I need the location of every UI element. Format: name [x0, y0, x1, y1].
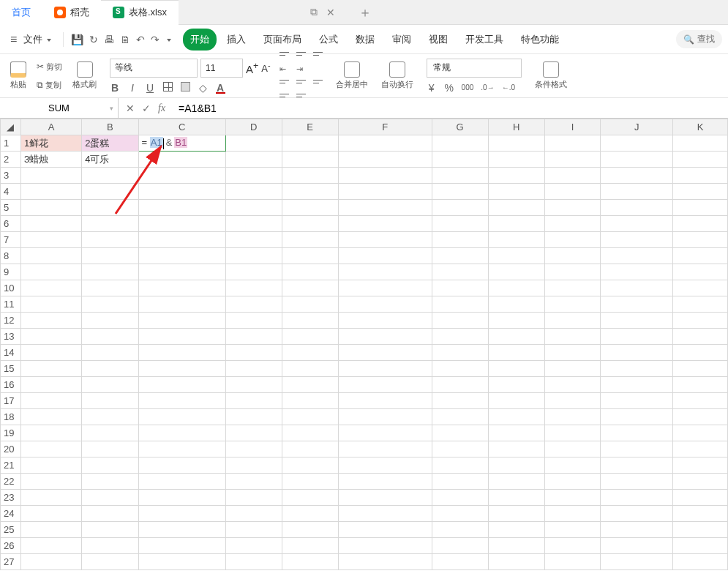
cell-E5[interactable] — [282, 200, 338, 216]
cell-E3[interactable] — [282, 168, 338, 184]
cell-D26[interactable] — [225, 538, 282, 554]
paste-group[interactable]: 粘贴 — [6, 54, 31, 97]
cell-J7[interactable] — [601, 232, 673, 248]
cell-K27[interactable] — [672, 554, 727, 570]
cell-B4[interactable] — [82, 184, 138, 200]
cell-E8[interactable] — [282, 248, 338, 264]
cell-C11[interactable] — [138, 296, 225, 313]
cell-B17[interactable] — [82, 393, 138, 409]
cell-D16[interactable] — [225, 377, 282, 393]
cell-K21[interactable] — [672, 457, 727, 474]
cell-K22[interactable] — [672, 474, 727, 490]
font-name-select[interactable]: 等线 — [110, 59, 198, 78]
font-color-button[interactable]: A — [215, 82, 225, 94]
cell-E22[interactable] — [282, 474, 338, 490]
qat-more-icon[interactable] — [165, 34, 171, 45]
row-header-16[interactable]: 16 — [1, 377, 21, 393]
menu-review[interactable]: 审阅 — [385, 29, 419, 51]
cell-E9[interactable] — [282, 264, 338, 280]
cell-G13[interactable] — [432, 329, 488, 345]
row-header-21[interactable]: 21 — [1, 457, 21, 474]
cell-J11[interactable] — [601, 296, 673, 313]
cell-B23[interactable] — [82, 490, 138, 506]
col-header-C[interactable]: C — [138, 119, 225, 135]
cell-B10[interactable] — [82, 280, 138, 296]
cell-I24[interactable] — [544, 506, 601, 522]
cell-I7[interactable] — [544, 232, 601, 248]
cell-I15[interactable] — [544, 361, 601, 377]
indent-decrease-icon[interactable]: ⇤ — [279, 64, 289, 74]
row-header-19[interactable]: 19 — [1, 425, 21, 441]
cell-K13[interactable] — [672, 329, 727, 345]
cell-I14[interactable] — [544, 345, 601, 361]
cell-E2[interactable] — [282, 152, 338, 168]
cell-F12[interactable] — [338, 313, 432, 329]
cell-B12[interactable] — [82, 313, 138, 329]
row-header-24[interactable]: 24 — [1, 506, 21, 522]
cell-F10[interactable] — [338, 280, 432, 296]
row-header-26[interactable]: 26 — [1, 538, 21, 554]
cell-H12[interactable] — [488, 313, 544, 329]
cell-I27[interactable] — [544, 554, 601, 570]
cell-J16[interactable] — [601, 377, 673, 393]
cell-E23[interactable] — [282, 490, 338, 506]
cell-G23[interactable] — [432, 490, 488, 506]
cell-B22[interactable] — [82, 474, 138, 490]
cell-A19[interactable] — [20, 425, 81, 441]
cell-J10[interactable] — [601, 280, 673, 296]
cell-F24[interactable] — [338, 506, 432, 522]
accept-formula-icon[interactable]: ✓ — [142, 102, 151, 114]
cell-A12[interactable] — [20, 313, 81, 329]
cell-G9[interactable] — [432, 264, 488, 280]
cell-G10[interactable] — [432, 280, 488, 296]
cell-J27[interactable] — [601, 554, 673, 570]
cell-K1[interactable] — [672, 135, 727, 152]
cell-A27[interactable] — [20, 554, 81, 570]
cell-F7[interactable] — [338, 232, 432, 248]
menu-special[interactable]: 特色功能 — [514, 29, 566, 51]
cell-A13[interactable] — [20, 329, 81, 345]
cell-K5[interactable] — [672, 200, 727, 216]
merge-center-group[interactable]: 合并居中 — [331, 54, 372, 97]
cell-K7[interactable] — [672, 232, 727, 248]
name-box-dropdown-icon[interactable]: ▾ — [110, 105, 113, 112]
cell-K6[interactable] — [672, 216, 727, 232]
cell-J21[interactable] — [601, 457, 673, 474]
cell-H15[interactable] — [488, 361, 544, 377]
cell-J19[interactable] — [601, 425, 673, 441]
row-header-14[interactable]: 14 — [1, 345, 21, 361]
cell-K10[interactable] — [672, 280, 727, 296]
cell-A6[interactable] — [20, 216, 81, 232]
cell-F19[interactable] — [338, 425, 432, 441]
cell-H8[interactable] — [488, 248, 544, 264]
cell-K18[interactable] — [672, 409, 727, 425]
cell-D17[interactable] — [225, 393, 282, 409]
cell-I6[interactable] — [544, 216, 601, 232]
number-format-select[interactable]: 常规 — [427, 59, 522, 78]
tab-spreadsheet[interactable]: 表格.xlsx — [101, 0, 179, 25]
cell-I5[interactable] — [544, 200, 601, 216]
row-header-23[interactable]: 23 — [1, 490, 21, 506]
cell-E20[interactable] — [282, 441, 338, 457]
cell-D25[interactable] — [225, 522, 282, 538]
cell-E18[interactable] — [282, 409, 338, 425]
cell-E24[interactable] — [282, 506, 338, 522]
cell-D18[interactable] — [225, 409, 282, 425]
cell-A14[interactable] — [20, 345, 81, 361]
cell-H3[interactable] — [488, 168, 544, 184]
cell-H27[interactable] — [488, 554, 544, 570]
cell-D21[interactable] — [225, 457, 282, 474]
cell-H17[interactable] — [488, 393, 544, 409]
cell-D8[interactable] — [225, 248, 282, 264]
cell-C1[interactable]: = A1&B1 — [138, 135, 225, 152]
cell-D19[interactable] — [225, 425, 282, 441]
cell-H21[interactable] — [488, 457, 544, 474]
cell-J20[interactable] — [601, 441, 673, 457]
cell-H13[interactable] — [488, 329, 544, 345]
cell-E7[interactable] — [282, 232, 338, 248]
cell-J3[interactable] — [601, 168, 673, 184]
border-button[interactable] — [162, 82, 173, 94]
print-icon[interactable]: 🖶 — [104, 34, 114, 45]
cell-G18[interactable] — [432, 409, 488, 425]
cell-A24[interactable] — [20, 506, 81, 522]
